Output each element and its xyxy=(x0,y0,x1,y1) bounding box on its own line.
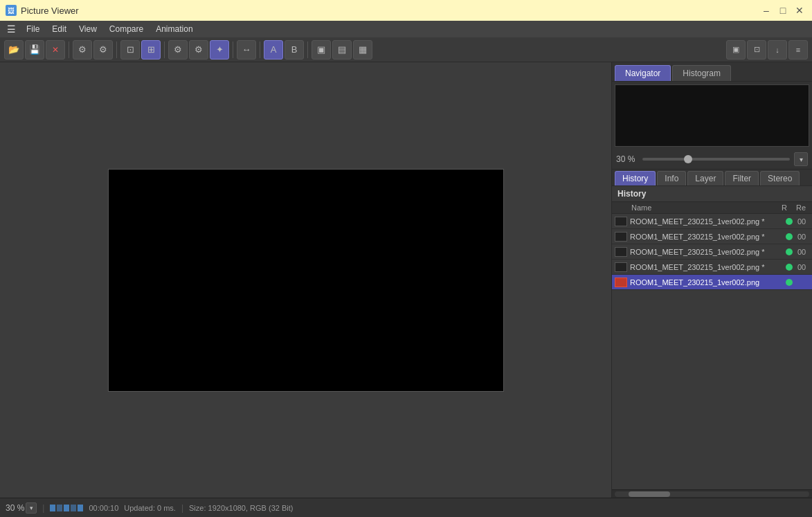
nav-preview-image xyxy=(615,84,809,147)
compare1-button[interactable]: ▣ xyxy=(312,40,331,60)
history-panel: History Name R Re ROOM1_MEET_230215_1ver… xyxy=(612,186,812,498)
menu-edit[interactable]: Edit xyxy=(46,23,72,35)
row-thumb-selected xyxy=(615,278,627,287)
save-button[interactable]: 💾 xyxy=(25,40,44,60)
history-row[interactable]: ROOM1_MEET_230215_1ver002.png * 00 xyxy=(612,244,812,260)
progress-seg xyxy=(57,505,62,511)
tab-stereo[interactable]: Stereo xyxy=(760,171,800,185)
main-area: Navigator Histogram 30 % ▾ History Info … xyxy=(0,62,812,498)
channel-b-button[interactable]: B xyxy=(285,40,304,60)
status-timecode: 00:00:10 xyxy=(89,504,118,512)
row-dot xyxy=(786,233,793,240)
channel-a-button[interactable]: A xyxy=(264,40,283,60)
scrollbar-thumb[interactable] xyxy=(629,491,670,497)
maximize-button[interactable]: □ xyxy=(776,3,790,17)
panel-button-1[interactable]: ▣ xyxy=(726,40,746,60)
separator-3 xyxy=(164,42,165,58)
separator-1 xyxy=(69,42,69,58)
row-name: ROOM1_MEET_230215_1ver002.png * xyxy=(630,263,784,271)
row-thumb xyxy=(615,217,627,226)
tab-history[interactable]: History xyxy=(615,171,656,185)
toolbar: 📂 💾 ✕ ⚙ ⚙ ⊡ ⊞ ⚙ ⚙ ✦ ↔ A B ▣ ▤ ▦ ▣ ⊡ ↓ ≡ xyxy=(0,37,812,62)
progress-bar xyxy=(50,505,83,511)
zoom-label: 30 % xyxy=(616,154,638,164)
col-name-header: Name xyxy=(615,203,776,212)
hdr-button[interactable]: ↔ xyxy=(237,40,256,60)
separator-5 xyxy=(260,42,260,58)
zoom-dropdown[interactable]: ▾ xyxy=(794,152,808,166)
tab-navigator[interactable]: Navigator xyxy=(615,65,671,81)
panel-button-4[interactable]: ≡ xyxy=(788,40,808,60)
row-r-val: 00 xyxy=(794,263,809,271)
menu-animation[interactable]: Animation xyxy=(150,23,198,35)
row-name: ROOM1_MEET_230215_1ver002.png * xyxy=(630,248,784,256)
status-progress xyxy=(50,505,83,511)
titlebar-left: 🖼 Picture Viewer xyxy=(6,5,79,16)
status-sep-1: | xyxy=(42,503,44,513)
region-active-button[interactable]: ⊞ xyxy=(141,40,161,60)
open-file-button[interactable]: 📂 xyxy=(4,40,24,60)
channel-a-label: A xyxy=(271,44,277,55)
render3-button[interactable]: ⚙ xyxy=(189,40,208,60)
canvas-area[interactable] xyxy=(0,62,611,498)
app-icon: 🖼 xyxy=(6,5,17,16)
history-list: ROOM1_MEET_230215_1ver002.png * 00 ROOM1… xyxy=(612,214,812,489)
close-file-button[interactable]: ✕ xyxy=(46,40,65,60)
row-r-val: 00 xyxy=(794,248,809,256)
app-title: Picture Viewer xyxy=(21,6,79,16)
channel-b-label: B xyxy=(291,44,298,55)
progress-seg xyxy=(50,505,55,511)
navigator-preview xyxy=(612,82,812,149)
zoom-slider[interactable] xyxy=(642,158,790,161)
render4-button[interactable]: ✦ xyxy=(210,40,229,60)
navigator-tabs: Navigator Histogram xyxy=(612,62,812,82)
menu-view[interactable]: View xyxy=(73,23,102,35)
render-button[interactable]: ⚙ xyxy=(73,40,92,60)
hamburger-menu[interactable]: ☰ xyxy=(3,21,19,37)
history-row[interactable]: ROOM1_MEET_230215_1ver002.png * 00 xyxy=(612,260,812,275)
status-size-info: Size: 1920x1080, RGB (32 Bit) xyxy=(189,504,293,512)
compare3-button[interactable]: ▦ xyxy=(353,40,372,60)
tab-layer[interactable]: Layer xyxy=(687,171,723,185)
separator-2 xyxy=(116,42,117,58)
compare2-button[interactable]: ▤ xyxy=(332,40,352,60)
separator-4 xyxy=(233,42,233,58)
titlebar-controls: – □ ✕ xyxy=(759,3,806,17)
close-button[interactable]: ✕ xyxy=(793,3,806,17)
progress-seg xyxy=(64,505,69,511)
menu-compare[interactable]: Compare xyxy=(104,23,149,35)
statusbar: 30 % ▾ | 00:00:10 Updated: 0 ms. | Size:… xyxy=(0,498,812,517)
menu-file[interactable]: File xyxy=(21,23,45,35)
history-scrollbar[interactable] xyxy=(612,489,812,498)
row-name: ROOM1_MEET_230215_1ver002.png * xyxy=(630,217,784,226)
region-button[interactable]: ⊡ xyxy=(120,40,140,60)
row-thumb xyxy=(615,232,627,242)
row-dot xyxy=(786,218,793,225)
history-row-selected[interactable]: ROOM1_MEET_230215_1ver002.png xyxy=(612,275,812,290)
status-zoom-label: 30 % xyxy=(6,503,24,513)
history-header: Name R Re xyxy=(612,202,812,214)
canvas-image xyxy=(108,169,504,392)
row-dot-selected xyxy=(786,279,793,286)
menubar: ☰ File Edit View Compare Animation xyxy=(0,21,812,37)
status-sep-2: | xyxy=(181,503,183,513)
minimize-button[interactable]: – xyxy=(759,3,773,17)
status-zoom-dropdown[interactable]: ▾ xyxy=(26,502,37,514)
row-thumb xyxy=(615,262,627,272)
row-r-val: 00 xyxy=(794,217,809,226)
tab-filter[interactable]: Filter xyxy=(725,171,759,185)
progress-seg xyxy=(71,505,76,511)
panel-button-3[interactable]: ↓ xyxy=(768,40,787,60)
render-all-button[interactable]: ⚙ xyxy=(93,40,113,60)
history-title: History xyxy=(612,186,812,202)
row-name: ROOM1_MEET_230215_1ver002.png * xyxy=(630,233,784,241)
progress-seg xyxy=(78,505,83,511)
panel-button-2[interactable]: ⊡ xyxy=(747,40,766,60)
row-dot xyxy=(786,264,793,271)
render2-button[interactable]: ⚙ xyxy=(168,40,188,60)
history-row[interactable]: ROOM1_MEET_230215_1ver002.png * 00 xyxy=(612,214,812,229)
history-row[interactable]: ROOM1_MEET_230215_1ver002.png * 00 xyxy=(612,229,812,244)
tab-histogram[interactable]: Histogram xyxy=(672,65,731,81)
row-name-selected: ROOM1_MEET_230215_1ver002.png xyxy=(630,278,784,287)
tab-info[interactable]: Info xyxy=(657,171,686,185)
